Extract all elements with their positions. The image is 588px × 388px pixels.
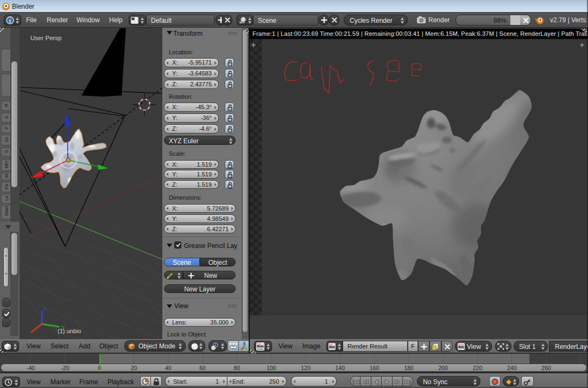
svg-text:i: i bbox=[9, 18, 11, 24]
svg-text:z: z bbox=[44, 306, 47, 311]
svg-text:(1) unbio: (1) unbio bbox=[58, 328, 81, 334]
svg-text:User Persp: User Persp bbox=[30, 35, 62, 41]
